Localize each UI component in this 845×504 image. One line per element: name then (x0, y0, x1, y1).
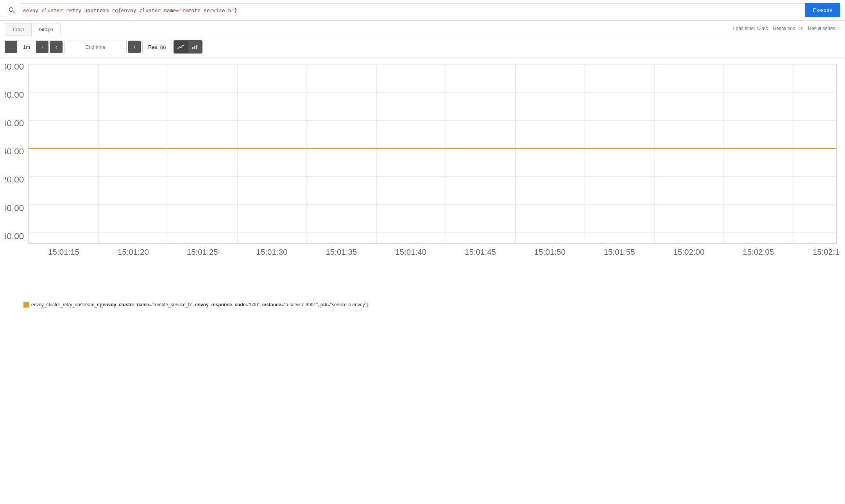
prev-time-button[interactable]: ‹ (50, 41, 63, 53)
tab-table[interactable]: Table (5, 23, 32, 36)
meta-info: Load time: 12ms Resolution: 1s Result se… (733, 26, 840, 34)
zoom-out-button[interactable]: − (5, 41, 17, 53)
svg-rect-4 (196, 45, 197, 49)
resolution: Resolution: 1s (773, 26, 803, 31)
end-time-input[interactable] (64, 41, 127, 53)
x-label-7: 15:01:50 (534, 248, 566, 256)
load-time: Load time: 12ms (733, 26, 768, 31)
x-label-5: 15:01:40 (395, 248, 426, 256)
controls-row: − 1m + ‹ › Res. (s) (0, 36, 845, 58)
y-label-220: 220.00 (5, 175, 24, 184)
x-label-0: 15:01:15 (48, 248, 79, 256)
chart-type-group (174, 40, 202, 54)
y-label-180: 180.00 (5, 231, 24, 241)
result-series: Result series: 1 (808, 26, 840, 31)
execute-button[interactable]: Execute (805, 3, 840, 17)
x-label-9: 15:02:00 (673, 248, 705, 256)
svg-rect-2 (192, 47, 193, 49)
tabs: Table Graph (5, 23, 61, 36)
legend-text: envoy_cluster_retry_upstream_rq{envoy_cl… (31, 302, 368, 307)
next-time-button[interactable]: › (128, 41, 141, 53)
y-label-240: 240.00 (5, 147, 24, 156)
query-input[interactable] (19, 3, 805, 17)
line-chart-button[interactable] (174, 41, 188, 53)
y-label-260: 260.00 (5, 118, 24, 128)
chart-svg: 300.00 280.00 260.00 240.00 220.00 200.0… (5, 62, 840, 296)
chart-container: 300.00 280.00 260.00 240.00 220.00 200.0… (5, 62, 840, 297)
duration-button[interactable]: 1m (19, 41, 34, 53)
resolution-button[interactable]: Res. (s) (142, 41, 172, 53)
x-label-4: 15:01:35 (326, 248, 357, 256)
x-label-1: 15:01:20 (118, 248, 149, 256)
stacked-chart-button[interactable] (188, 41, 202, 53)
search-icon (5, 3, 19, 17)
legend-area: envoy_cluster_retry_upstream_rq{envoy_cl… (0, 297, 845, 312)
top-bar: Execute (0, 0, 845, 21)
zoom-in-button[interactable]: + (36, 41, 48, 53)
tab-graph[interactable]: Graph (32, 23, 61, 36)
legend-color-swatch (23, 302, 29, 307)
y-label-300: 300.00 (5, 62, 24, 71)
svg-rect-3 (194, 46, 195, 49)
x-label-10: 15:02:05 (743, 248, 774, 256)
x-label-11: 15:02:10 (813, 248, 840, 256)
svg-line-1 (13, 11, 14, 13)
chart-border (29, 64, 836, 244)
y-label-280: 280.00 (5, 90, 24, 100)
x-label-2: 15:01:25 (187, 248, 218, 256)
x-label-6: 15:01:45 (465, 248, 496, 256)
chart-area: 300.00 280.00 260.00 240.00 220.00 200.0… (0, 58, 845, 297)
y-label-200: 200.00 (5, 203, 24, 213)
tabs-row: Table Graph Load time: 12ms Resolution: … (0, 21, 845, 36)
x-label-8: 15:01:55 (604, 248, 635, 256)
x-label-3: 15:01:30 (256, 248, 288, 256)
